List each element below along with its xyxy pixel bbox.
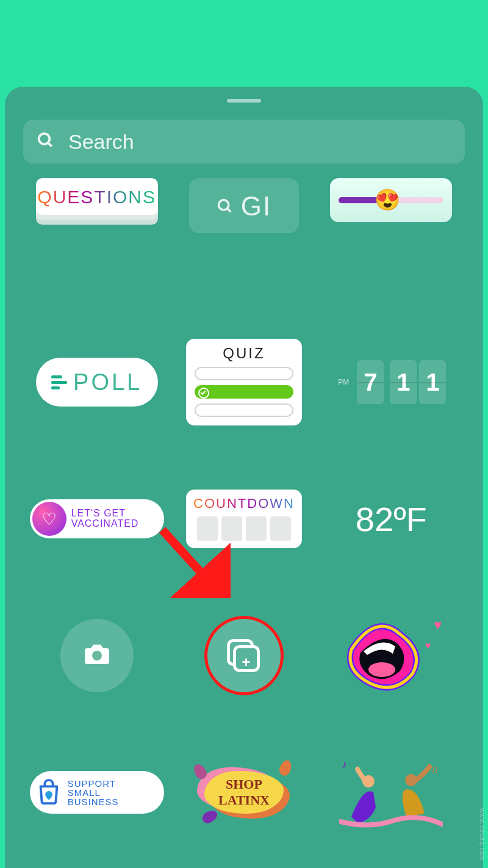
svg-line-3 <box>227 209 231 212</box>
sticker-quiz[interactable]: QUIZ <box>186 339 302 425</box>
search-icon <box>37 131 55 152</box>
sticker-time[interactable]: PM 7 1 1 <box>336 360 446 404</box>
sticker-questions-label: QUESTIONS <box>37 187 156 208</box>
text-line: BUSINESS <box>68 797 119 806</box>
sticker-poll[interactable]: POLL <box>36 358 158 407</box>
heart-eyes-emoji-icon: 😍 <box>375 187 400 212</box>
time-pm-label: PM <box>336 378 351 386</box>
time-digit: 1 <box>419 360 446 404</box>
sticker-support-label: SUPPORT SMALL BUSINESS <box>68 779 119 806</box>
sticker-quiz-label: QUIZ <box>195 345 293 362</box>
svg-point-2 <box>218 200 228 210</box>
slider-track: 😍 <box>339 197 443 203</box>
time-digit: 7 <box>357 360 384 404</box>
camera-icon <box>82 640 112 671</box>
svg-point-0 <box>39 134 50 145</box>
sticker-shop-latinx-label: SHOP LATINX <box>218 776 270 808</box>
slider-fill <box>339 197 378 203</box>
drag-handle[interactable] <box>227 99 261 103</box>
svg-text:♪: ♪ <box>342 758 347 770</box>
sticker-shop-latinx[interactable]: SHOP LATINX <box>192 759 296 826</box>
sticker-emoji-slider[interactable]: 😍 <box>330 178 452 222</box>
text-line: LATINX <box>218 792 270 808</box>
sticker-countdown[interactable]: COUNTDOWN <box>186 490 302 548</box>
svg-point-5 <box>368 662 395 677</box>
heart-icon: ♥ <box>425 640 431 651</box>
time-digit: 1 <box>390 360 417 404</box>
search-bar[interactable]: Search <box>23 120 465 164</box>
svg-text:♫: ♫ <box>431 764 438 775</box>
countdown-blocks <box>193 516 295 541</box>
shopping-bag-icon <box>35 777 63 808</box>
sticker-vaccinated[interactable]: ♡ LET'S GET VACCINATED <box>30 499 164 538</box>
add-photo-sticker-button[interactable]: + <box>207 619 281 692</box>
text-line: SHOP <box>218 776 270 792</box>
heart-icon: ♥ <box>434 617 442 633</box>
camera-button[interactable] <box>60 619 134 692</box>
sticker-countdown-label: COUNTDOWN <box>193 496 295 512</box>
text-line: VACCINATED <box>71 519 139 529</box>
sticker-dance[interactable]: ♪ ♫ <box>339 756 443 829</box>
poll-icon <box>51 375 67 389</box>
heart-badge-icon: ♡ <box>32 502 66 536</box>
sticker-questions[interactable]: QUESTIONS <box>36 178 158 215</box>
text-line: LET'S GET <box>71 508 139 519</box>
quiz-option <box>195 403 293 417</box>
sticker-support-small-business[interactable]: SUPPORT SMALL BUSINESS <box>30 771 164 814</box>
temperature-value: 82ºF <box>356 500 427 538</box>
sticker-gif-label: GI <box>241 191 271 222</box>
add-photo-icon: + <box>227 639 260 673</box>
sticker-drawer-sheet: Search QUESTIONS GI 😍 POLL QUIZ <box>5 87 483 868</box>
svg-line-1 <box>48 143 52 146</box>
watermark: www.deuaq.com <box>479 808 486 861</box>
quiz-option-selected <box>195 385 293 399</box>
sticker-vaccinated-label: LET'S GET VACCINATED <box>71 508 139 529</box>
sticker-mouth[interactable]: ♥ ♥ <box>339 616 443 695</box>
search-placeholder: Search <box>68 130 134 154</box>
sticker-temperature[interactable]: 82ºF <box>356 499 427 539</box>
quiz-option <box>195 367 293 380</box>
sticker-grid: QUESTIONS GI 😍 POLL QUIZ PM 7 <box>23 178 465 868</box>
text-line: SUPPORT <box>68 779 119 788</box>
svg-point-4 <box>92 651 102 660</box>
sticker-poll-label: POLL <box>73 369 142 396</box>
sticker-gif-search[interactable]: GI <box>189 178 299 233</box>
text-line: SMALL <box>68 788 119 797</box>
